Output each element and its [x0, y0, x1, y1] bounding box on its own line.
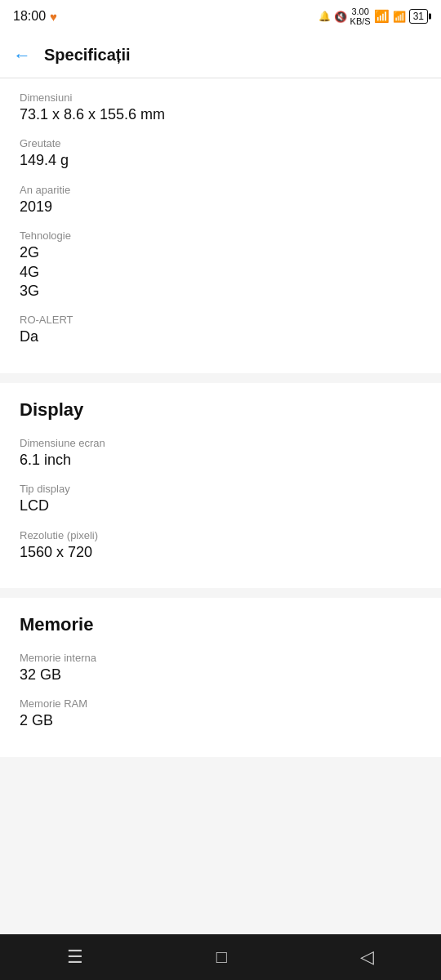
spec-label-greutate: Greutate: [20, 137, 421, 149]
spec-memorie-ram: Memorie RAM 2 GB: [20, 697, 421, 730]
spec-an-aparitie: An aparitie 2019: [20, 184, 421, 216]
spec-tip-display: Tip display LCD: [20, 483, 421, 515]
wifi-icon: 📶: [374, 9, 390, 24]
memory-heading: Memorie: [20, 614, 421, 635]
spec-value-dimensiune-ecran: 6.1 inch: [20, 451, 421, 470]
main-content: Dimensiuni 73.1 x 8.6 x 155.6 mm Greutat…: [0, 78, 441, 934]
spec-dimensiune-ecran: Dimensiune ecran 6.1 inch: [20, 437, 421, 470]
spec-label-rezolutie: Rezolutie (pixeli): [20, 529, 421, 541]
spec-label-ro-alert: RO-ALERT: [20, 314, 421, 326]
signal-icon: 📶: [393, 11, 406, 23]
spec-label-memorie-ram: Memorie RAM: [20, 697, 421, 710]
spec-value-rezolutie: 1560 x 720: [20, 543, 421, 562]
spec-value-memorie-ram: 2 GB: [20, 711, 421, 730]
network-speed: 3.00KB/S: [350, 7, 371, 26]
spec-label-dimensiuni: Dimensiuni: [20, 91, 421, 104]
battery-indicator: 31: [409, 9, 428, 24]
bottom-nav: ☰ □ ◁: [0, 934, 441, 980]
spec-label-an: An aparitie: [20, 184, 421, 196]
display-section: Display Dimensiune ecran 6.1 inch Tip di…: [0, 383, 441, 588]
spec-label-tip-display: Tip display: [20, 483, 421, 495]
memory-section: Memorie Memorie interna 32 GB Memorie RA…: [0, 598, 441, 757]
spec-label-dimensiune-ecran: Dimensiune ecran: [20, 437, 421, 449]
spec-value-tehnologie: 2G4G3G: [20, 243, 421, 301]
spec-memorie-interna: Memorie interna 32 GB: [20, 652, 421, 684]
menu-icon[interactable]: ☰: [67, 947, 83, 968]
home-icon[interactable]: □: [216, 947, 227, 968]
spec-greutate: Greutate 149.4 g: [20, 137, 421, 170]
heart-icon: ♥: [50, 10, 57, 24]
mute-icon: 🔇: [334, 11, 347, 23]
status-icons-area: 🔔 🔇 3.00KB/S 📶 📶 31: [318, 7, 428, 26]
spec-rezolutie: Rezolutie (pixeli) 1560 x 720: [20, 529, 421, 562]
spec-label-memorie-interna: Memorie interna: [20, 652, 421, 664]
display-heading: Display: [20, 399, 421, 421]
spec-label-tehnologie: Tehnologie: [20, 229, 421, 242]
spec-value-tip-display: LCD: [20, 497, 421, 515]
spec-value-memorie-interna: 32 GB: [20, 666, 421, 684]
status-time-area: 18:00 ♥: [13, 9, 57, 24]
header: ← Specificații: [0, 33, 441, 78]
status-bar: 18:00 ♥ 🔔 🔇 3.00KB/S 📶 📶 31: [0, 0, 441, 33]
spec-ro-alert: RO-ALERT Da: [20, 314, 421, 346]
back-button[interactable]: ←: [13, 45, 31, 66]
page-title: Specificații: [44, 46, 131, 65]
spec-value-an: 2019: [20, 198, 421, 216]
back-nav-icon[interactable]: ◁: [360, 947, 374, 968]
spec-value-greutate: 149.4 g: [20, 151, 421, 170]
spec-value-dimensiuni: 73.1 x 8.6 x 155.6 mm: [20, 105, 421, 124]
spec-tehnologie: Tehnologie 2G4G3G: [20, 229, 421, 301]
spec-value-ro-alert: Da: [20, 327, 421, 346]
status-time: 18:00: [13, 9, 46, 24]
alarm-icon: 🔔: [318, 11, 331, 22]
general-section: Dimensiuni 73.1 x 8.6 x 155.6 mm Greutat…: [0, 78, 441, 373]
spec-dimensiuni: Dimensiuni 73.1 x 8.6 x 155.6 mm: [20, 91, 421, 124]
